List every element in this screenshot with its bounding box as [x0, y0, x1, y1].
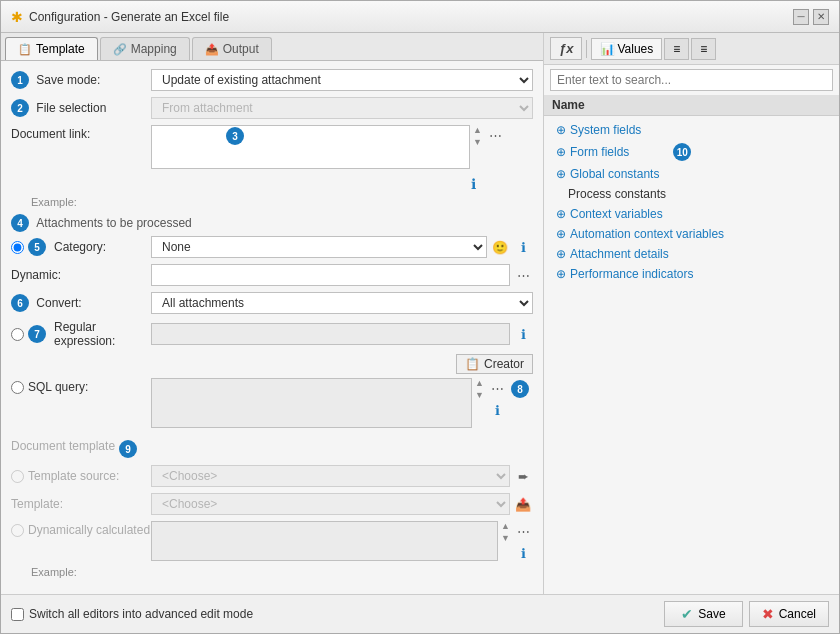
document-link-row: Document link: ▲ ▼ ⋯ [11, 125, 533, 194]
creator-label: Creator [484, 357, 524, 371]
window-title: Configuration - Generate an Excel file [29, 10, 229, 24]
dyn-more-btn[interactable]: ⋯ [513, 521, 533, 541]
category-info-btn[interactable]: ℹ [513, 237, 533, 257]
template-row: Template: <Choose> 📤 [11, 493, 533, 515]
title-bar: ✱ Configuration - Generate an Excel file… [1, 1, 839, 33]
advanced-mode-checkbox[interactable] [11, 608, 24, 621]
automation-context-expand-icon: ⊕ [556, 227, 566, 241]
sql-query-label-wrapper: SQL query: [11, 378, 151, 394]
document-link-info-btn[interactable]: ℹ [463, 174, 483, 194]
form-fields-label: Form fields [570, 145, 629, 159]
creator-button[interactable]: 📋 Creator [456, 354, 533, 374]
title-bar-right: ─ ✕ [793, 9, 829, 25]
context-vars-label: Context variables [570, 207, 663, 221]
convert-select[interactable]: All attachments [151, 292, 533, 314]
tree-item-automation-context[interactable]: ⊕ Automation context variables [544, 224, 839, 244]
tree-item-context-variables[interactable]: ⊕ Context variables [544, 204, 839, 224]
sql-down-btn[interactable]: ▼ [475, 390, 484, 400]
regex-info-btn[interactable]: ℹ [513, 324, 533, 344]
regex-input[interactable] [151, 323, 510, 345]
badge-6: 6 [11, 294, 29, 312]
dynamic-input[interactable] [151, 264, 510, 286]
document-link-wrapper: ▲ ▼ ⋯ ℹ [151, 125, 505, 194]
tab-template[interactable]: 📋 Template [5, 37, 98, 60]
badge-7: 7 [28, 325, 46, 343]
sql-query-row: SQL query: ▲ ▼ ⋯ ℹ [11, 378, 533, 431]
category-radio[interactable] [11, 241, 24, 254]
template-upload-btn[interactable]: 📤 [513, 494, 533, 514]
sql-radio[interactable] [11, 381, 24, 394]
tab-output[interactable]: 📤 Output [192, 37, 272, 60]
dyn-calc-controls: ▲ ▼ ⋯ ℹ [151, 521, 533, 564]
convert-input-wrapper: All attachments [151, 292, 533, 314]
document-link-label: Document link: [11, 125, 151, 141]
global-constants-label: Global constants [570, 167, 659, 181]
values-tab[interactable]: 📊 Values [591, 38, 662, 60]
tree-item-system-fields[interactable]: ⊕ System fields [544, 120, 839, 140]
sql-textarea-wrapper [151, 378, 472, 431]
badge-10: 10 [673, 143, 691, 161]
doc-template-header: Document template 9 [11, 439, 533, 459]
file-selection-input-wrapper: From attachment [151, 97, 533, 119]
dyn-calculated-row: Dynamically calculated: ▲ ▼ [11, 521, 533, 564]
document-link-example: Example: [31, 196, 533, 208]
save-mode-select[interactable]: Update of existing attachment [151, 69, 533, 91]
dyn-up-btn[interactable]: ▲ [501, 521, 510, 531]
system-fields-expand-icon: ⊕ [556, 123, 566, 137]
template-select[interactable]: <Choose> [151, 493, 510, 515]
cancel-button[interactable]: ✖ Cancel [749, 601, 829, 627]
list-tab[interactable]: ≡ [691, 38, 716, 60]
context-vars-expand-icon: ⊕ [556, 207, 566, 221]
document-link-controls: ▲ ▼ ⋯ [151, 125, 505, 172]
doc-link-up-btn[interactable]: ▲ [473, 125, 482, 135]
sql-textarea[interactable] [151, 378, 472, 428]
tree-item-global-constants[interactable]: ⊕ Global constants [544, 164, 839, 184]
sql-radio-group: SQL query: [11, 380, 151, 394]
dyn-calc-label-wrapper: Dynamically calculated: [11, 521, 151, 537]
table-tab[interactable]: ≡ [664, 38, 689, 60]
fx-button[interactable]: ƒx [550, 37, 582, 60]
template-source-radio[interactable] [11, 470, 24, 483]
sql-more-btn[interactable]: ⋯ [487, 378, 507, 398]
tree-item-performance-indicators[interactable]: ⊕ Performance indicators [544, 264, 839, 284]
minimize-button[interactable]: ─ [793, 9, 809, 25]
file-selection-select[interactable]: From attachment [151, 97, 533, 119]
tab-mapping[interactable]: 🔗 Mapping [100, 37, 190, 60]
template-tab-icon: 📋 [18, 43, 32, 56]
category-select[interactable]: None [151, 236, 487, 258]
sql-up-btn[interactable]: ▲ [475, 378, 484, 388]
performance-label: Performance indicators [570, 267, 693, 281]
dyn-example: Example: [31, 566, 533, 578]
dyn-down-btn[interactable]: ▼ [501, 533, 510, 543]
save-button[interactable]: ✔ Save [664, 601, 742, 627]
dyn-info-btn[interactable]: ℹ [513, 543, 533, 563]
save-label: Save [698, 607, 725, 621]
regex-radio[interactable] [11, 328, 24, 341]
category-emoji-btn[interactable]: 🙂 [490, 237, 510, 257]
doc-link-down-btn[interactable]: ▼ [473, 137, 482, 147]
tree-item-form-fields[interactable]: ⊕ Form fields 10 [544, 140, 839, 164]
category-label-wrapper: 5 Category: [11, 238, 151, 256]
document-link-textarea[interactable] [151, 125, 470, 169]
system-fields-label: System fields [570, 123, 641, 137]
tab-bar: 📋 Template 🔗 Mapping 📤 Output [1, 33, 543, 61]
creator-icon: 📋 [465, 357, 480, 371]
regex-input-wrapper: ℹ [151, 323, 533, 345]
search-input[interactable] [550, 69, 833, 91]
close-button[interactable]: ✕ [813, 9, 829, 25]
sql-side-buttons: ▲ ▼ [475, 378, 484, 400]
sql-info-btn[interactable]: ℹ [487, 400, 507, 420]
dynamic-label: Dynamic: [11, 268, 151, 282]
template-source-select[interactable]: <Choose> [151, 465, 510, 487]
dyn-calc-textarea[interactable] [151, 521, 498, 561]
badge-9: 9 [119, 440, 137, 458]
doc-link-info-row: ℹ [151, 174, 505, 194]
dyn-calc-radio[interactable] [11, 524, 24, 537]
template-source-arrow-btn[interactable]: ➨ [513, 466, 533, 486]
tree-item-attachment-details[interactable]: ⊕ Attachment details [544, 244, 839, 264]
regex-radio-group: 7 Regular expression: [11, 320, 151, 348]
tree-item-process-constants[interactable]: Process constants [544, 184, 839, 204]
document-link-more-btn[interactable]: ⋯ [485, 125, 505, 145]
attachment-details-label: Attachment details [570, 247, 669, 261]
dynamic-more-btn[interactable]: ⋯ [513, 265, 533, 285]
